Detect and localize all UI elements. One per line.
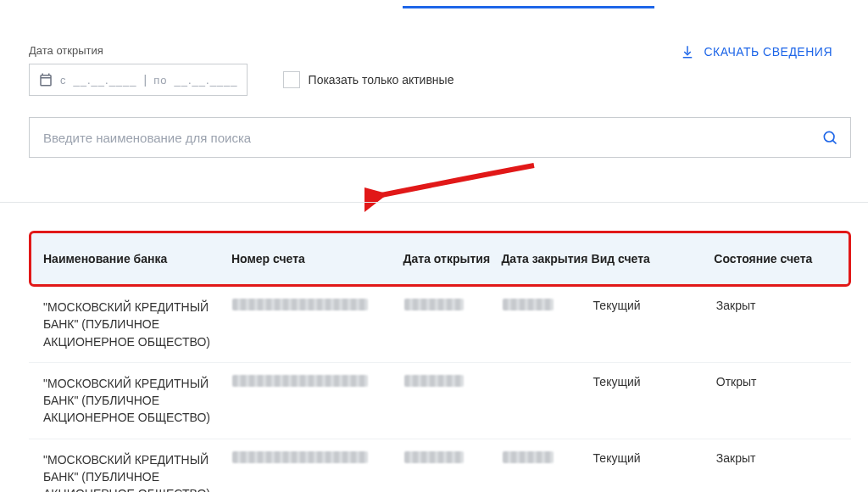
date-from-placeholder: __.__.____ [74,74,137,87]
th-state[interactable]: Состояние счета [714,252,837,266]
cell-state: Закрыт [716,451,839,465]
th-type[interactable]: Вид счета [592,252,715,266]
cell-open-date [404,375,503,389]
date-to-placeholder: __.__.____ [175,74,238,87]
th-bank[interactable]: Наименование банка [43,252,231,266]
redacted-value [232,375,368,387]
active-only-checkbox[interactable]: Показать только активные [283,71,454,88]
cell-close-date [503,451,593,466]
cell-open-date [404,299,503,313]
th-open-date[interactable]: Дата открытия [403,252,502,266]
redacted-value [503,299,554,310]
svg-point-0 [824,131,834,142]
cell-state: Закрыт [716,299,839,312]
cell-account [232,375,404,389]
download-label: СКАЧАТЬ СВЕДЕНИЯ [704,45,832,59]
cell-bank: "МОСКОВСКИЙ КРЕДИТНЫЙ БАНК" (ПУБЛИЧНОЕ А… [43,375,232,427]
cell-close-date [503,299,593,313]
redacted-value [503,451,554,463]
active-only-label: Показать только активные [309,73,454,87]
annotation-arrow-icon [364,161,542,212]
section-divider [0,202,868,203]
table-row[interactable]: "МОСКОВСКИЙ КРЕДИТНЫЙ БАНК" (ПУБЛИЧНОЕ А… [29,439,851,492]
download-button[interactable]: СКАЧАТЬ СВЕДЕНИЯ [680,44,832,59]
calendar-icon [38,72,53,87]
date-from-prefix: с [60,74,67,87]
redacted-value [404,375,464,387]
download-icon [680,44,695,59]
table-header-row: Наименование банка Номер счета Дата откр… [29,231,851,287]
date-to-prefix: по [153,74,167,87]
th-account[interactable]: Номер счета [231,252,403,266]
search-input[interactable] [42,130,815,146]
cell-bank: "МОСКОВСКИЙ КРЕДИТНЫЙ БАНК" (ПУБЛИЧНОЕ А… [43,451,232,492]
cell-type: Текущий [593,299,716,312]
date-range-input[interactable]: с __.__.____ | по __.__.____ [29,64,248,96]
redacted-value [232,299,368,310]
search-input-wrap[interactable] [29,117,851,158]
cell-account [232,451,404,466]
date-range-separator: | [144,73,147,87]
cell-type: Текущий [593,375,716,389]
cell-open-date [404,451,503,466]
cell-state: Открыт [716,375,839,389]
search-icon [821,129,838,146]
redacted-value [404,299,464,310]
table-row[interactable]: "МОСКОВСКИЙ КРЕДИТНЫЙ БАНК" (ПУБЛИЧНОЕ А… [29,287,851,363]
active-tab-underline [403,6,654,8]
cell-account [232,299,404,313]
accounts-table: Наименование банка Номер счета Дата откр… [29,231,851,492]
cell-bank: "МОСКОВСКИЙ КРЕДИТНЫЙ БАНК" (ПУБЛИЧНОЕ А… [43,299,232,350]
table-row[interactable]: "МОСКОВСКИЙ КРЕДИТНЫЙ БАНК" (ПУБЛИЧНОЕ А… [29,363,851,439]
redacted-value [232,451,368,463]
redacted-value [404,451,464,463]
cell-type: Текущий [593,451,716,465]
th-close-date[interactable]: Дата закрытия [501,252,591,266]
checkbox-box-icon [283,71,300,88]
